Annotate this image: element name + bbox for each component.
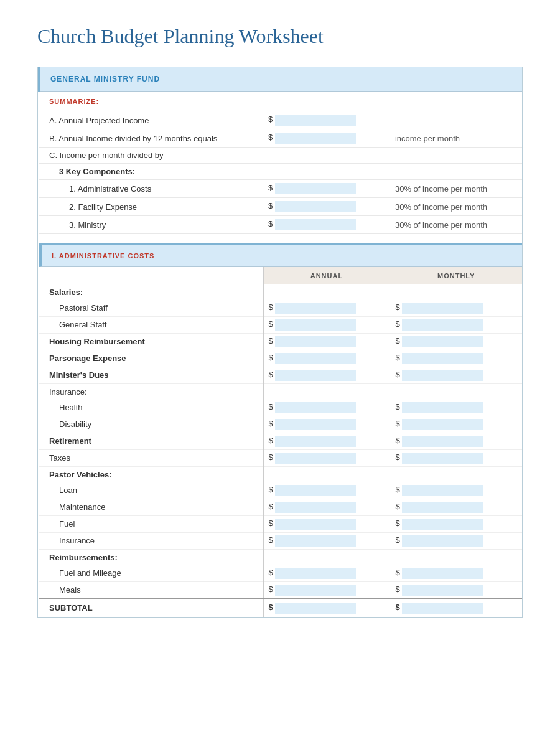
housing-label: Housing Reimbursement <box>39 333 263 350</box>
insurance-vehicle-monthly-input[interactable] <box>402 535 483 547</box>
insurance-vehicle-monthly: $ <box>390 532 522 549</box>
disability-label: Disability <box>39 416 263 433</box>
insurance-vehicle-label: Insurance <box>39 532 263 549</box>
subtotal-annual: $ <box>263 599 390 617</box>
subtotal-label: SUBTOTAL <box>39 599 263 617</box>
pastoral-annual: $ <box>263 300 390 317</box>
pastoral-staff-label: Pastoral Staff <box>39 300 263 317</box>
general-staff-label: General Staff <box>39 316 263 333</box>
fuel-monthly-input[interactable] <box>402 519 483 530</box>
key-admin-note: 30% of income per month <box>390 180 522 198</box>
ministers-dues-annual-input[interactable] <box>275 370 356 381</box>
general-staff-annual: $ <box>263 316 390 333</box>
meals-monthly: $ <box>390 581 522 599</box>
taxes-monthly-input[interactable] <box>402 453 483 464</box>
retirement-annual-input[interactable] <box>275 436 356 447</box>
pastoral-monthly-input[interactable] <box>402 303 483 314</box>
fuel-annual: $ <box>263 515 390 532</box>
maintenance-monthly-input[interactable] <box>402 502 483 513</box>
parsonage-label: Parsonage Expense <box>39 350 263 367</box>
annual-projected-income-input[interactable] <box>275 115 356 126</box>
fuel-mileage-annual: $ <box>263 565 390 582</box>
subtotal-monthly: $ <box>390 599 522 617</box>
insurance-vehicle-annual-input[interactable] <box>275 535 356 547</box>
retirement-label: Retirement <box>39 433 263 449</box>
housing-annual-input[interactable] <box>275 336 356 347</box>
key-admin-label: 1. Administrative Costs <box>39 180 263 198</box>
row-a-value: $ <box>263 111 390 129</box>
facility-expense-input[interactable] <box>275 201 356 212</box>
loan-monthly: $ <box>390 482 522 499</box>
parsonage-monthly-input[interactable] <box>402 353 483 364</box>
health-monthly: $ <box>390 400 522 416</box>
fuel-annual-input[interactable] <box>275 519 356 530</box>
ministers-dues-monthly-input[interactable] <box>402 370 483 381</box>
health-monthly-input[interactable] <box>402 402 483 413</box>
general-staff-annual-input[interactable] <box>275 319 356 331</box>
row-a-label: A. Annual Projected Income <box>39 111 263 129</box>
admin-costs-header: I. ADMINISTRATIVE COSTS <box>52 252 154 260</box>
annual-divided-input[interactable] <box>275 133 356 144</box>
housing-annual: $ <box>263 333 390 350</box>
subtotal-annual-input[interactable] <box>275 603 356 614</box>
taxes-annual: $ <box>263 449 390 466</box>
key-ministry-note: 30% of income per month <box>390 216 522 234</box>
retirement-monthly-input[interactable] <box>402 436 483 447</box>
row-c-label: C. Income per month divided by <box>39 148 263 164</box>
loan-annual-input[interactable] <box>275 485 356 496</box>
key-ministry-value: $ <box>263 216 390 234</box>
key-ministry-label: 3. Ministry <box>39 216 263 234</box>
key-facility-value: $ <box>263 198 390 216</box>
health-label: Health <box>39 400 263 416</box>
fuel-monthly: $ <box>390 515 522 532</box>
insurance-label: Insurance: <box>39 383 263 400</box>
col-annual-header: ANNUAL <box>263 267 390 284</box>
meals-monthly-input[interactable] <box>402 585 483 596</box>
health-annual: $ <box>263 400 390 416</box>
meals-annual-input[interactable] <box>275 585 356 596</box>
maintenance-label: Maintenance <box>39 499 263 515</box>
key-facility-note: 30% of income per month <box>390 198 522 216</box>
pastoral-annual-input[interactable] <box>275 303 356 314</box>
retirement-monthly: $ <box>390 433 522 449</box>
summarize-label: SUMMARIZE: <box>49 98 99 105</box>
salaries-label: Salaries: <box>39 284 263 300</box>
housing-monthly-input[interactable] <box>402 336 483 347</box>
disability-monthly: $ <box>390 416 522 433</box>
fuel-label: Fuel <box>39 515 263 532</box>
page-title: Church Budget Planning Worksheet <box>37 25 523 48</box>
parsonage-annual: $ <box>263 350 390 367</box>
disability-annual-input[interactable] <box>275 419 356 430</box>
maintenance-monthly: $ <box>390 499 522 515</box>
col-monthly-header: MONTHLY <box>390 267 522 284</box>
key-admin-value: $ <box>263 180 390 198</box>
meals-label: Meals <box>39 581 263 599</box>
disability-monthly-input[interactable] <box>402 419 483 430</box>
loan-annual: $ <box>263 482 390 499</box>
ministers-dues-annual: $ <box>263 367 390 383</box>
retirement-annual: $ <box>263 433 390 449</box>
maintenance-annual: $ <box>263 499 390 515</box>
reimbursements-label: Reimbursements: <box>39 549 263 565</box>
row-b-value: $ <box>263 129 390 148</box>
taxes-monthly: $ <box>390 449 522 466</box>
worksheet-container: GENERAL MINISTRY FUND SUMMARIZE: A. Annu… <box>37 67 523 618</box>
meals-annual: $ <box>263 581 390 599</box>
general-staff-monthly: $ <box>390 316 522 333</box>
taxes-label: Taxes <box>39 449 263 466</box>
loan-label: Loan <box>39 482 263 499</box>
health-annual-input[interactable] <box>275 402 356 413</box>
fuel-mileage-annual-input[interactable] <box>275 568 356 579</box>
maintenance-annual-input[interactable] <box>275 502 356 513</box>
taxes-annual-input[interactable] <box>275 453 356 464</box>
parsonage-annual-input[interactable] <box>275 353 356 364</box>
row-b-note: income per month <box>390 129 522 148</box>
admin-costs-input[interactable] <box>275 183 356 194</box>
pastoral-monthly: $ <box>390 300 522 317</box>
subtotal-monthly-input[interactable] <box>402 603 483 614</box>
ministry-input[interactable] <box>275 219 356 230</box>
loan-monthly-input[interactable] <box>402 485 483 496</box>
general-staff-monthly-input[interactable] <box>402 319 483 331</box>
parsonage-monthly: $ <box>390 350 522 367</box>
fuel-mileage-monthly-input[interactable] <box>402 568 483 579</box>
